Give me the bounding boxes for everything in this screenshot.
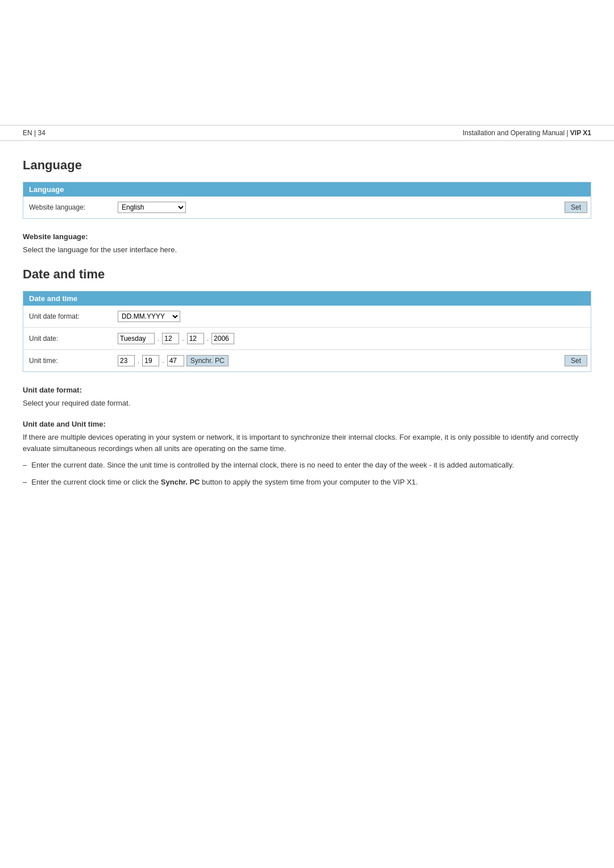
unit-time-row: Unit time: . . Synchr. PC Set [23,350,591,372]
date-dot-1: . [157,335,159,343]
bullet-2-text: Enter the current clock time or click th… [31,477,418,488]
datetime-bullet-list: Enter the current date. Since the unit t… [23,460,591,487]
manual-title-text: Installation and Operating Manual | [463,129,570,137]
unit-date-label: Unit date: [23,332,114,345]
language-table: Language Website language: English Set [23,182,591,219]
unit-date-controls: . . . [114,331,591,347]
unit-datetime-desc-text: If there are multiple devices operating … [23,432,591,454]
date-format-row: Unit date format: DD.MM.YYYY MM/DD/YYYY … [23,306,591,328]
unit-date-day-input[interactable] [118,333,155,344]
date-format-desc-label: Unit date format: [23,386,591,394]
unit-time-minutes-input[interactable] [142,355,159,366]
unit-time-controls: . . Synchr. PC Set [114,353,591,369]
date-format-label: Unit date format: [23,310,114,323]
datetime-section-title: Date and time [23,267,591,282]
time-dot-2: . [162,357,164,365]
unit-date-month-input[interactable] [162,333,179,344]
language-row: Website language: English Set [23,197,591,218]
unit-date-row: Unit date: . . . [23,328,591,350]
manual-title: Installation and Operating Manual | VIP … [463,129,591,137]
bullet-item-2: Enter the current clock time or click th… [23,477,591,488]
date-dot-2: . [182,335,184,343]
unit-date-year-input[interactable] [211,333,234,344]
language-description: Website language: Select the language fo… [23,232,591,256]
unit-date-day-num-input[interactable] [187,333,204,344]
date-dot-3: . [207,335,209,343]
language-controls: English Set [114,199,591,215]
date-format-desc-text: Select your required date format. [23,398,591,409]
language-section-title: Language [23,158,591,173]
unit-datetime-desc-label: Unit date and Unit time: [23,420,591,428]
product-name: VIP X1 [570,129,591,137]
website-language-desc-text: Select the language for the user interfa… [23,244,591,256]
datetime-table-header: Date and time [23,291,591,306]
date-format-controls: DD.MM.YYYY MM/DD/YYYY YYYY-MM-DD [114,308,591,324]
synchr-pc-bold: Synchr. PC [161,478,200,486]
language-table-header: Language [23,182,591,197]
unit-time-hours-input[interactable] [118,355,135,366]
unit-time-seconds-input[interactable] [167,355,184,366]
datetime-table: Date and time Unit date format: DD.MM.YY… [23,291,591,372]
date-format-description: Unit date format: Select your required d… [23,386,591,409]
language-set-button[interactable]: Set [565,202,587,213]
language-select[interactable]: English [118,202,186,213]
bullet-item-1: Enter the current date. Since the unit t… [23,460,591,471]
unit-time-label: Unit time: [23,354,114,367]
synchr-pc-button[interactable]: Synchr. PC [186,355,229,366]
time-dot-1: . [138,357,139,365]
bullet-1-text: Enter the current date. Since the unit t… [31,460,514,471]
unit-datetime-description: Unit date and Unit time: If there are mu… [23,420,591,487]
website-language-desc-label: Website language: [23,232,591,241]
date-format-select[interactable]: DD.MM.YYYY MM/DD/YYYY YYYY-MM-DD [118,311,180,322]
datetime-set-button[interactable]: Set [565,355,587,366]
page-number: EN | 34 [23,129,45,137]
website-language-label: Website language: [23,201,114,214]
